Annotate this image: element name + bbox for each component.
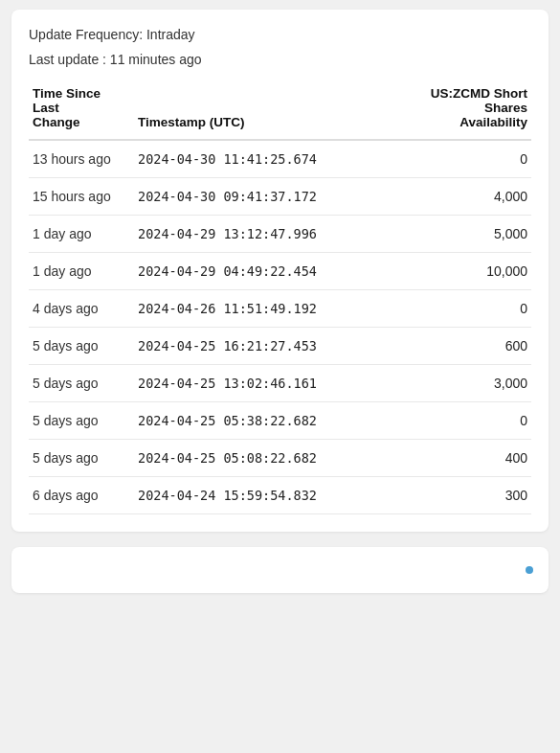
scroll-dot: [526, 566, 533, 574]
main-card: Update Frequency: Intraday Last update :…: [11, 10, 549, 532]
cell-time-since: 15 hours ago: [29, 178, 134, 216]
cell-time-since: 4 days ago: [29, 290, 134, 328]
cell-timestamp: 2024-04-29 04:49:22.454: [134, 253, 325, 290]
table-row: 13 hours ago2024-04-30 11:41:25.6740: [29, 140, 531, 178]
table-row: 5 days ago2024-04-25 05:38:22.6820: [29, 402, 531, 440]
page-wrapper: Update Frequency: Intraday Last update :…: [0, 0, 560, 753]
last-update-label: Last update : 11 minutes ago: [29, 52, 531, 67]
table-row: 15 hours ago2024-04-30 09:41:37.1724,000: [29, 178, 531, 216]
cell-availability: 5,000: [325, 216, 531, 253]
update-frequency-label: Update Frequency: Intraday: [29, 27, 531, 42]
cell-time-since: 5 days ago: [29, 365, 134, 402]
cell-timestamp: 2024-04-25 05:38:22.682: [134, 402, 325, 440]
cell-time-since: 1 day ago: [29, 253, 134, 290]
cell-time-since: 5 days ago: [29, 328, 134, 365]
cell-timestamp: 2024-04-29 13:12:47.996: [134, 216, 325, 253]
col-time-since: Time SinceLastChange: [29, 80, 134, 140]
table-row: 6 days ago2024-04-24 15:59:54.832300: [29, 477, 531, 514]
cell-timestamp: 2024-04-26 11:51:49.192: [134, 290, 325, 328]
cell-time-since: 1 day ago: [29, 216, 134, 253]
table-row: 1 day ago2024-04-29 04:49:22.45410,000: [29, 253, 531, 290]
cell-timestamp: 2024-04-25 05:08:22.682: [134, 440, 325, 477]
cell-timestamp: 2024-04-25 13:02:46.161: [134, 365, 325, 402]
cell-availability: 0: [325, 140, 531, 178]
cell-timestamp: 2024-04-25 16:21:27.453: [134, 328, 325, 365]
cell-timestamp: 2024-04-24 15:59:54.832: [134, 477, 325, 514]
col-timestamp: Timestamp (UTC): [134, 80, 325, 140]
cell-availability: 300: [325, 477, 531, 514]
table-row: 4 days ago2024-04-26 11:51:49.1920: [29, 290, 531, 328]
data-table: Time SinceLastChange Timestamp (UTC) US:…: [29, 80, 531, 514]
cell-time-since: 5 days ago: [29, 440, 134, 477]
cell-time-since: 13 hours ago: [29, 140, 134, 178]
cell-availability: 0: [325, 290, 531, 328]
table-row: 1 day ago2024-04-29 13:12:47.9965,000: [29, 216, 531, 253]
cell-time-since: 5 days ago: [29, 402, 134, 440]
table-row: 5 days ago2024-04-25 05:08:22.682400: [29, 440, 531, 477]
cell-availability: 4,000: [325, 178, 531, 216]
col-availability: US:ZCMD ShortSharesAvailability: [325, 80, 531, 140]
cell-availability: 400: [325, 440, 531, 477]
cell-timestamp: 2024-04-30 09:41:37.172: [134, 178, 325, 216]
cell-availability: 0: [325, 402, 531, 440]
cell-time-since: 6 days ago: [29, 477, 134, 514]
cell-timestamp: 2024-04-30 11:41:25.674: [134, 140, 325, 178]
table-row: 5 days ago2024-04-25 16:21:27.453600: [29, 328, 531, 365]
bottom-card: [11, 547, 549, 593]
table-row: 5 days ago2024-04-25 13:02:46.1613,000: [29, 365, 531, 402]
cell-availability: 10,000: [325, 253, 531, 290]
cell-availability: 600: [325, 328, 531, 365]
cell-availability: 3,000: [325, 365, 531, 402]
